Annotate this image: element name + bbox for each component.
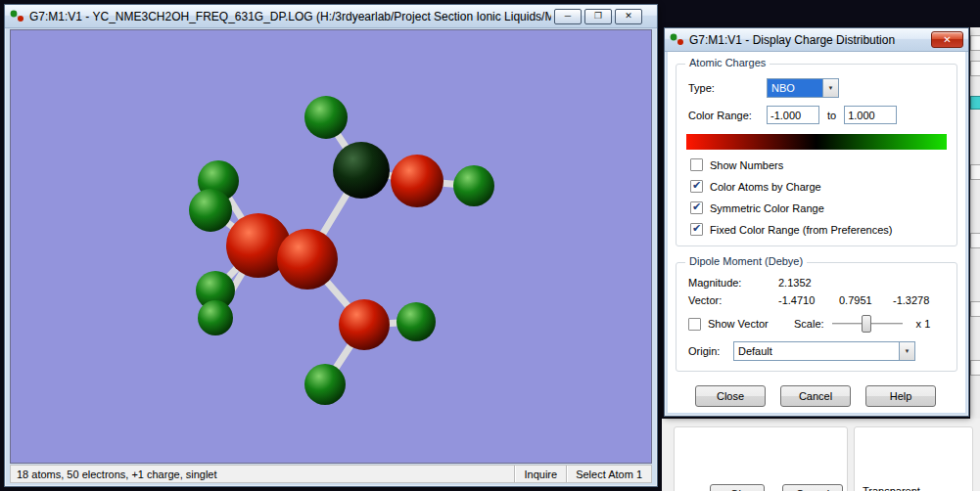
symmetric-color-range-label: Symmetric Color Range (710, 202, 824, 214)
gaussview-icon (10, 9, 24, 23)
molecule-3d-view (11, 30, 652, 464)
main-window: G7:M1:V1 - YC_NME3CH2OH_FREQ_631G_DP.LOG… (4, 4, 658, 487)
charge-type-select[interactable]: NBO ▼ (767, 78, 839, 98)
dialog-title: G7:M1:V1 - Display Charge Distribution (689, 33, 931, 47)
color-range-label: Color Range: (688, 110, 767, 121)
charge-distribution-dialog: G7:M1:V1 - Display Charge Distribution ✕… (664, 27, 969, 417)
atomic-charges-group: Atomic Charges Type: NBO ▼ Color Range: … (676, 64, 957, 246)
dropdown-button[interactable]: ▼ (899, 342, 914, 360)
background-panel: Transparent (854, 426, 973, 491)
symmetric-color-range-checkbox[interactable] (690, 201, 703, 214)
type-label: Type: (688, 82, 767, 94)
show-vector-label: Show Vector (708, 318, 776, 330)
magnitude-value: 2.1352 (778, 277, 839, 289)
color-atoms-by-charge-checkbox[interactable] (690, 180, 703, 193)
main-titlebar[interactable]: G7:M1:V1 - YC_NME3CH2OH_FREQ_631G_DP.LOG… (5, 5, 657, 28)
maximize-button[interactable]: ❐ (584, 9, 612, 24)
show-numbers-label: Show Numbers (710, 159, 783, 171)
vector-x-value: -1.4710 (778, 294, 839, 306)
vector-scale-slider[interactable] (832, 315, 903, 333)
origin-row: Origin: Default ▼ (677, 341, 957, 361)
vector-row: Vector: -1.4710 0.7951 -1.3278 (677, 294, 957, 306)
gaussview-icon (670, 32, 684, 47)
dropdown-button[interactable]: ▼ (822, 79, 838, 97)
status-select-atom: Select Atom 1 (566, 466, 651, 482)
color-atoms-by-charge-label: Color Atoms by Charge (710, 181, 821, 193)
fixed-color-range-label: Fixed Color Range (from Preferences) (710, 224, 892, 236)
dialog-close-button[interactable]: ✕ (931, 31, 963, 48)
symmetric-color-range-row[interactable]: Symmetric Color Range (677, 201, 957, 214)
caption-buttons: ─ ❐ ✕ (551, 9, 642, 24)
minimize-icon: ─ (565, 12, 571, 21)
chevron-down-icon: ▼ (828, 85, 834, 91)
show-vector-checkbox[interactable] (688, 318, 701, 331)
ui-fragment (970, 233, 980, 248)
ui-fragment (970, 35, 980, 51)
slider-thumb[interactable] (862, 315, 871, 333)
show-vector-row: Show Vector Scale: x 1 (677, 315, 957, 333)
atomic-charges-group-label: Atomic Charges (685, 57, 770, 68)
color-range-min-input[interactable] (767, 106, 819, 124)
color-swatch-fragment (970, 96, 980, 110)
help-button[interactable]: Help (865, 385, 936, 407)
dipole-moment-group-label: Dipole Moment (Debye) (685, 255, 807, 267)
background-window: Ok Cancel Transparent (662, 419, 980, 491)
status-inquire: Inquire (514, 466, 566, 482)
dialog-titlebar[interactable]: G7:M1:V1 - Display Charge Distribution ✕ (665, 28, 968, 52)
main-window-title: G7:M1:V1 - YC_NME3CH2OH_FREQ_631G_DP.LOG… (29, 10, 551, 23)
color-range-max-input[interactable] (844, 106, 897, 124)
status-cells: Inquire Select Atom 1 (514, 466, 651, 482)
charge-color-gradient (686, 134, 947, 150)
vector-z-value: -1.3278 (893, 294, 952, 306)
ui-fragment (970, 360, 980, 376)
maximize-icon: ❐ (594, 12, 602, 21)
fixed-color-range-row[interactable]: Fixed Color Range (from Preferences) (677, 223, 957, 236)
molecule-viewport[interactable] (10, 29, 652, 464)
show-numbers-row[interactable]: Show Numbers (677, 158, 957, 171)
vector-y-value: 0.7951 (839, 294, 893, 306)
ok-button[interactable]: Ok (710, 484, 765, 491)
minimize-button[interactable]: ─ (554, 9, 582, 24)
origin-select[interactable]: Default ▼ (733, 341, 915, 361)
scale-value: x 1 (916, 318, 931, 330)
status-bar: 18 atoms, 50 electrons, +1 charge, singl… (10, 465, 652, 483)
dialog-buttons: Close Cancel Help (668, 385, 965, 407)
ui-fragment (970, 301, 980, 317)
charge-type-value: NBO (768, 79, 822, 97)
magnitude-label: Magnitude: (688, 277, 778, 289)
close-icon: ✕ (625, 12, 632, 21)
close-icon: ✕ (943, 35, 951, 45)
status-info: 18 atoms, 50 electrons, +1 charge, singl… (11, 469, 514, 480)
origin-label: Origin: (688, 345, 733, 357)
ui-fragment (970, 164, 980, 180)
charge-type-row: Type: NBO ▼ (677, 78, 957, 98)
close-button[interactable]: ✕ (615, 9, 642, 24)
chevron-down-icon: ▼ (905, 348, 910, 354)
dipole-moment-group: Dipole Moment (Debye) Magnitude: 2.1352 … (676, 262, 957, 372)
to-label: to (827, 110, 836, 121)
cancel-button[interactable]: Cancel (780, 385, 851, 407)
cancel-button-background[interactable]: Cancel (782, 484, 843, 491)
magnitude-row: Magnitude: 2.1352 (677, 277, 957, 289)
color-range-row: Color Range: to (677, 106, 957, 124)
dialog-body: Atomic Charges Type: NBO ▼ Color Range: … (668, 52, 965, 413)
ui-fragment (970, 61, 980, 76)
show-numbers-checkbox[interactable] (690, 158, 703, 171)
close-dialog-button[interactable]: Close (695, 385, 766, 407)
color-atoms-by-charge-row[interactable]: Color Atoms by Charge (677, 180, 957, 193)
scale-label: Scale: (794, 318, 824, 330)
transparent-label: Transparent (863, 485, 920, 491)
origin-value: Default (734, 342, 899, 360)
fixed-color-range-checkbox[interactable] (690, 223, 703, 236)
vector-label: Vector: (688, 294, 778, 306)
background-panel: Ok Cancel (674, 426, 848, 491)
